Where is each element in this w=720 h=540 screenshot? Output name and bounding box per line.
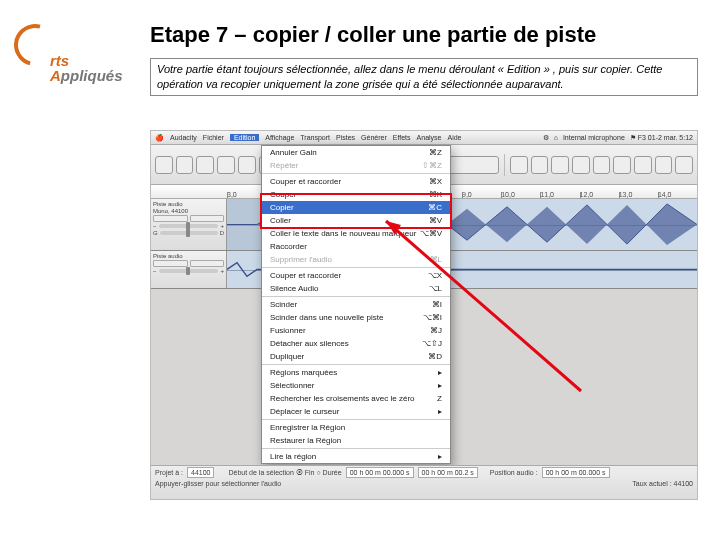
- track-header[interactable]: Piste audio Mono, 44100 −+ GD: [151, 199, 227, 250]
- menu-generer[interactable]: Générer: [361, 134, 387, 141]
- menu-item[interactable]: Coller le texte dans le nouveau marqueur…: [262, 227, 450, 240]
- track-type: Mono, 44100: [153, 208, 224, 214]
- mute-button[interactable]: [153, 215, 188, 222]
- status-bar: Projet à : 44100 Début de la sélection ⦿…: [151, 465, 697, 499]
- menu-item[interactable]: Couper et raccorder⌥X: [262, 269, 450, 282]
- clock-label: ⚑ F3 01-2 mar. 5:12: [630, 134, 693, 142]
- menu-item[interactable]: Copier⌘C: [262, 201, 450, 214]
- ruler-tick: 12,0: [580, 191, 619, 198]
- menu-affichage[interactable]: Affichage: [265, 134, 294, 141]
- menu-effets[interactable]: Effets: [393, 134, 411, 141]
- track-name: Piste audio: [153, 253, 224, 259]
- tool-button[interactable]: [531, 156, 549, 174]
- selection-end-field[interactable]: 00 h 00 m 00.2 s: [418, 467, 478, 478]
- menu-item[interactable]: Détacher aux silences⌥⇧J: [262, 337, 450, 350]
- tool-button[interactable]: [572, 156, 590, 174]
- audio-position-label: Position audio :: [490, 469, 538, 476]
- menu-pistes[interactable]: Pistes: [336, 134, 355, 141]
- input-device-label: Internal microphone: [563, 134, 625, 142]
- menu-item[interactable]: Couper et raccorder⌘X: [262, 175, 450, 188]
- skip-start-button[interactable]: [217, 156, 235, 174]
- project-rate-label: Projet à :: [155, 469, 183, 476]
- pan-l-icon: G: [153, 230, 158, 236]
- menu-analyse[interactable]: Analyse: [417, 134, 442, 141]
- menu-item[interactable]: Couper⌘K: [262, 188, 450, 201]
- ruler-tick: 13,0: [619, 191, 658, 198]
- instructions: Votre partie étant toujours sélectionnée…: [150, 58, 698, 96]
- menu-item[interactable]: Scinder dans une nouvelle piste⌥⌘I: [262, 311, 450, 324]
- gain-slider[interactable]: [159, 269, 219, 273]
- stop-button[interactable]: [196, 156, 214, 174]
- menu-item[interactable]: Rechercher les croisements avec le zéroZ: [262, 392, 450, 405]
- mac-menubar: 🍎 Audacity Fichier Edition Affichage Tra…: [151, 131, 697, 145]
- logo: rts Appliqués: [14, 24, 134, 94]
- menu-item[interactable]: Coller⌘V: [262, 214, 450, 227]
- menu-item[interactable]: Déplacer le curseur: [262, 405, 450, 418]
- tool-button[interactable]: [551, 156, 569, 174]
- hint-label: Appuyer-glisser pour sélectionner l'audi…: [155, 480, 281, 487]
- play-button[interactable]: [176, 156, 194, 174]
- minus-icon: −: [153, 223, 157, 229]
- pause-button[interactable]: [155, 156, 173, 174]
- menu-transport[interactable]: Transport: [300, 134, 330, 141]
- menu-item: Répéter⇧⌘Z: [262, 159, 450, 172]
- tool-button[interactable]: [593, 156, 611, 174]
- page-title: Etape 7 – copier / coller une partie de …: [150, 22, 596, 48]
- screenshot: 🍎 Audacity Fichier Edition Affichage Tra…: [150, 130, 698, 500]
- menu-item[interactable]: Silence Audio⌥L: [262, 282, 450, 295]
- mute-button[interactable]: [153, 260, 188, 267]
- track-name: Piste audio: [153, 201, 224, 207]
- ruler-tick: 11,0: [540, 191, 579, 198]
- ruler-tick: 9,0: [462, 191, 501, 198]
- menu-item[interactable]: Enregistrer la Région: [262, 421, 450, 434]
- menu-audacity[interactable]: Audacity: [170, 134, 197, 141]
- gain-slider[interactable]: [159, 224, 219, 228]
- menu-item: Supprimer l'audio⌘L: [262, 253, 450, 266]
- solo-button[interactable]: [190, 215, 225, 222]
- status-icon: ⚙: [543, 134, 549, 142]
- menu-edition[interactable]: Edition: [230, 134, 259, 141]
- track-header[interactable]: Piste audio −+: [151, 251, 227, 288]
- pan-r-icon: D: [220, 230, 224, 236]
- audio-position-field[interactable]: 00 h 00 m 00.000 s: [542, 467, 610, 478]
- menu-aide[interactable]: Aide: [447, 134, 461, 141]
- menu-item[interactable]: Restaurer la Région: [262, 434, 450, 447]
- menu-item[interactable]: Raccorder: [262, 240, 450, 253]
- menu-item[interactable]: Régions marquées: [262, 366, 450, 379]
- selection-label: Début de la sélection ⦿ Fin ○ Durée: [228, 469, 341, 476]
- selection-start-field[interactable]: 00 h 00 m 00.000 s: [346, 467, 414, 478]
- ruler-tick: 14,0: [658, 191, 697, 198]
- menu-item[interactable]: Sélectionner: [262, 379, 450, 392]
- menu-item[interactable]: Scinder⌘I: [262, 298, 450, 311]
- menu-fichier[interactable]: Fichier: [203, 134, 224, 141]
- skip-end-button[interactable]: [238, 156, 256, 174]
- tool-button[interactable]: [634, 156, 652, 174]
- edition-dropdown-menu: Annuler Gain⌘ZRépéter⇧⌘ZCouper et raccor…: [261, 145, 451, 464]
- tool-button[interactable]: [613, 156, 631, 174]
- menu-item[interactable]: Annuler Gain⌘Z: [262, 146, 450, 159]
- ruler-tick: 10,0: [501, 191, 540, 198]
- tool-button[interactable]: [675, 156, 693, 174]
- tool-button[interactable]: [655, 156, 673, 174]
- menu-item[interactable]: Dupliquer⌘D: [262, 350, 450, 363]
- project-rate-field[interactable]: 44100: [187, 467, 214, 478]
- logo-text-2: Appliqués: [50, 67, 123, 84]
- menu-item[interactable]: Lire la région: [262, 450, 450, 463]
- actual-rate-label: Taux actuel : 44100: [632, 480, 693, 487]
- solo-button[interactable]: [190, 260, 225, 267]
- plus-icon: +: [220, 223, 224, 229]
- mac-apple-icon[interactable]: 🍎: [155, 134, 164, 142]
- menu-item[interactable]: Fusionner⌘J: [262, 324, 450, 337]
- status-icon: ⌂: [554, 134, 558, 142]
- pan-slider[interactable]: [160, 231, 218, 235]
- tool-button[interactable]: [510, 156, 528, 174]
